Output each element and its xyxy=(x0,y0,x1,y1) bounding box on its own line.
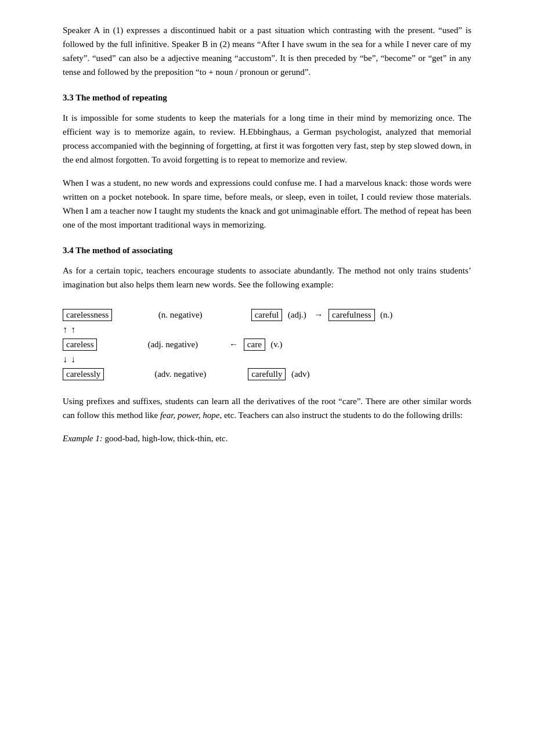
down-arrow-1: ↓ xyxy=(63,354,67,365)
left-arrow: ← xyxy=(229,340,238,349)
label-n: (n.) xyxy=(378,310,392,319)
right-arrow-1: → xyxy=(314,310,323,319)
label-n-negative: (n. negative) xyxy=(119,310,202,320)
diagram-row-1: carelessness (n. negative) careful (adj.… xyxy=(63,309,471,321)
up-arrows: ↑ ↑ xyxy=(63,325,471,335)
down-arrow-2: ↓ xyxy=(71,354,75,365)
post-diagram-text-after: , etc. Teachers can also instruct the st… xyxy=(219,411,463,420)
up-arrow-1: ↑ xyxy=(63,325,67,335)
label-adv-negative: (adv. negative) xyxy=(111,369,206,379)
post-diagram-para: Using prefixes and suffixes, students ca… xyxy=(63,394,471,422)
diagram-row-3: carelessly (adv. negative) carefully (ad… xyxy=(63,368,471,380)
label-adj-negative: (adj. negative) xyxy=(104,340,198,350)
word-careless: careless xyxy=(63,339,97,351)
word-carelessness: carelessness xyxy=(63,309,112,321)
page-content: Speaker A in (1) expresses a discontinue… xyxy=(0,0,534,480)
word-carelessly: carelessly xyxy=(63,368,104,380)
section-3-3-para2: When I was a student, no new words and e… xyxy=(63,176,471,232)
label-adj: (adj.) xyxy=(286,310,309,319)
section-3-3-para1: It is impossible for some students to ke… xyxy=(63,111,471,167)
word-carefully: carefully xyxy=(248,368,286,380)
word-care: care xyxy=(244,339,265,351)
down-arrows: ↓ ↓ xyxy=(63,354,471,365)
word-association-diagram: carelessness (n. negative) careful (adj.… xyxy=(63,309,471,380)
section-3-4-heading: 3.4 The method of associating xyxy=(63,246,471,255)
label-adv: (adv) xyxy=(289,369,309,379)
example-line: Example 1: good-bad, high-low, thick-thi… xyxy=(63,431,471,445)
intro-paragraph: Speaker A in (1) expresses a discontinue… xyxy=(63,23,471,79)
word-carefulness: carefulness xyxy=(329,309,374,321)
label-v: (v.) xyxy=(269,340,283,349)
section-3-4-para: As for a certain topic, teachers encoura… xyxy=(63,264,471,291)
section-3-3-heading: 3.3 The method of repeating xyxy=(63,93,471,103)
diagram-row-2: careless (adj. negative) ← care (v.) xyxy=(63,339,471,351)
word-careful: careful xyxy=(251,309,283,321)
example-text: good-bad, high-low, thick-thin, etc. xyxy=(103,434,228,443)
example-label: Example 1: xyxy=(63,434,103,443)
up-arrow-2: ↑ xyxy=(71,325,75,335)
post-diagram-italic: fear, power, hope xyxy=(160,411,220,420)
